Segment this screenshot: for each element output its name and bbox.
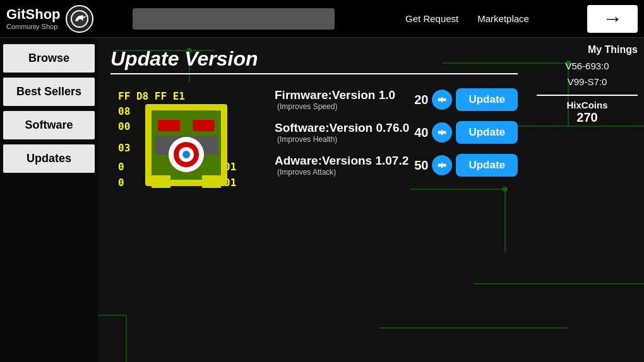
svg-text:03: 03 bbox=[118, 142, 130, 154]
sidebar-item-software[interactable]: Software bbox=[3, 111, 95, 139]
my-things-title: My Things bbox=[537, 44, 638, 55]
svg-point-65 bbox=[438, 164, 441, 167]
adware-desc: (Improves Attack) bbox=[277, 168, 414, 177]
svg-rect-46 bbox=[193, 120, 215, 131]
forward-arrow-icon: → bbox=[602, 7, 623, 30]
firmware-hix-icon bbox=[432, 90, 452, 110]
sidebar-item-browse[interactable]: Browse bbox=[3, 44, 95, 73]
svg-rect-43 bbox=[152, 175, 170, 188]
software-update-button[interactable]: Update bbox=[456, 121, 518, 144]
svg-point-26 bbox=[81, 15, 83, 18]
forward-button[interactable]: → bbox=[587, 5, 638, 33]
svg-point-66 bbox=[443, 164, 446, 167]
robot-image: FF D8 FF E1 08 00 00 01 03 00 0 00 A0 01… bbox=[110, 82, 262, 208]
marketplace-link[interactable]: Marketplace bbox=[477, 13, 529, 24]
svg-point-55 bbox=[438, 98, 441, 102]
firmware-name: Firmware:Version 1.0 bbox=[275, 88, 414, 102]
sidebar-item-updates[interactable]: Updates bbox=[3, 144, 95, 173]
adware-name: Adware:Versions 1.07.2 bbox=[275, 154, 414, 168]
svg-point-51 bbox=[182, 151, 190, 158]
updates-list: Firmware:Version 1.0 (Improves Speed) 20 bbox=[275, 88, 518, 208]
update-row-software: Software:Version 0.76.0 (Improves Health… bbox=[275, 121, 518, 144]
update-info-adware: Adware:Versions 1.07.2 (Improves Attack) bbox=[275, 154, 414, 177]
get-request-link[interactable]: Get Request bbox=[405, 13, 458, 24]
svg-text:08: 08 bbox=[118, 105, 130, 117]
right-panel: My Things V56-693:0 V99-S7:0 HixCoins 27… bbox=[530, 38, 644, 362]
svg-text:0: 0 bbox=[118, 177, 124, 189]
software-price-btn: 40 Update bbox=[414, 121, 518, 144]
logo-subtitle: Communiy Shop bbox=[6, 23, 61, 30]
svg-rect-45 bbox=[158, 120, 180, 131]
svg-point-61 bbox=[443, 131, 446, 134]
header: GitShop Communiy Shop Get Request Market… bbox=[0, 0, 644, 38]
gitshop-logo-icon bbox=[66, 5, 93, 33]
firmware-update-button[interactable]: Update bbox=[456, 88, 518, 111]
v1-item: V56-693:0 bbox=[537, 61, 638, 71]
page-title: Update Version bbox=[110, 47, 518, 74]
hixcoins-value: 270 bbox=[537, 110, 638, 125]
hixcoins-section: HixCoins 270 bbox=[537, 95, 638, 125]
svg-point-56 bbox=[443, 98, 446, 102]
firmware-price-btn: 20 Update bbox=[414, 88, 518, 111]
firmware-price: 20 bbox=[414, 93, 428, 107]
header-nav: Get Request Marketplace bbox=[347, 13, 587, 24]
svg-text:0: 0 bbox=[118, 161, 124, 173]
svg-text:00: 00 bbox=[118, 120, 130, 132]
adware-price: 50 bbox=[414, 158, 428, 173]
hixcoins-label: HixCoins bbox=[537, 100, 638, 110]
adware-hix-icon bbox=[432, 155, 452, 175]
svg-point-60 bbox=[438, 131, 441, 134]
software-desc: (Improves Health) bbox=[277, 135, 414, 144]
logo-text: GitShop Communiy Shop bbox=[6, 7, 61, 30]
v2-item: V99-S7:0 bbox=[537, 76, 638, 87]
content-area: FF D8 FF E1 08 00 00 01 03 00 0 00 A0 01… bbox=[110, 82, 518, 208]
adware-price-btn: 50 Update bbox=[414, 154, 518, 177]
sidebar: Browse Best Sellers Software Updates bbox=[0, 38, 98, 362]
firmware-desc: (Improves Speed) bbox=[277, 102, 414, 111]
sidebar-item-best-sellers[interactable]: Best Sellers bbox=[3, 78, 95, 106]
svg-rect-44 bbox=[202, 175, 221, 188]
update-info-firmware: Firmware:Version 1.0 (Improves Speed) bbox=[275, 88, 414, 111]
update-row-firmware: Firmware:Version 1.0 (Improves Speed) 20 bbox=[275, 88, 518, 111]
logo-title: GitShop bbox=[6, 7, 61, 22]
main-content: Update Version FF D8 FF E1 08 00 00 01 0… bbox=[98, 38, 530, 362]
software-name: Software:Version 0.76.0 bbox=[275, 121, 414, 135]
logo-area: GitShop Communiy Shop bbox=[6, 5, 120, 33]
body: Browse Best Sellers Software Updates Upd… bbox=[0, 38, 644, 362]
software-hix-icon bbox=[432, 122, 452, 143]
update-row-adware: Adware:Versions 1.07.2 (Improves Attack)… bbox=[275, 154, 518, 177]
adware-update-button[interactable]: Update bbox=[456, 154, 518, 177]
update-info-software: Software:Version 0.76.0 (Improves Health… bbox=[275, 121, 414, 144]
software-price: 40 bbox=[414, 126, 428, 140]
search-bar[interactable] bbox=[133, 8, 335, 30]
svg-text:FF D8 FF E1: FF D8 FF E1 bbox=[118, 90, 185, 102]
